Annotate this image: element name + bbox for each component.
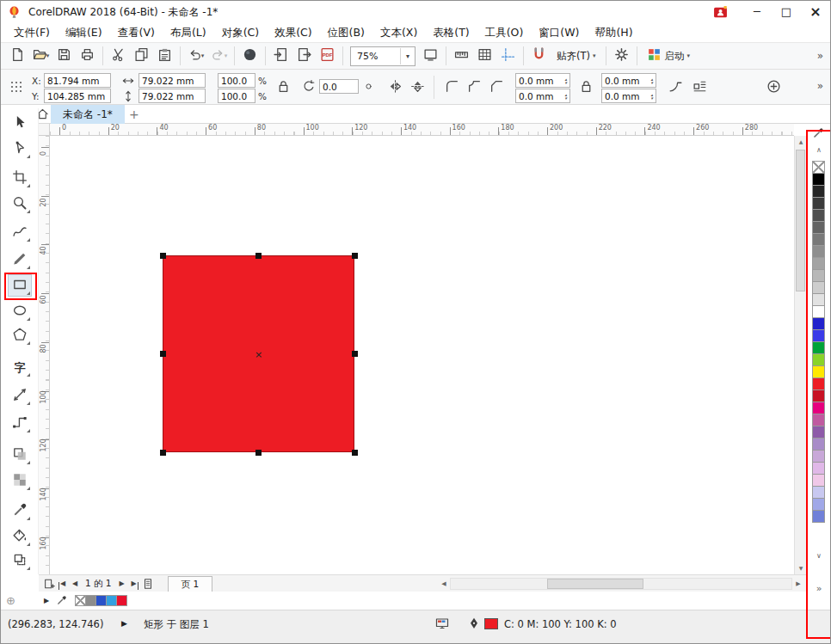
document-palette-eyedropper-icon[interactable] xyxy=(56,595,67,606)
open-button[interactable]: ▾ xyxy=(29,45,52,68)
color-swatch[interactable] xyxy=(812,269,825,282)
menu-item-2[interactable]: 查看(V) xyxy=(110,24,163,42)
snap-toggle-button[interactable] xyxy=(527,45,551,68)
scroll-right-button[interactable]: ▶ xyxy=(792,580,804,587)
scroll-left-button[interactable]: ◀ xyxy=(438,580,450,587)
document-palette-expand[interactable]: ▶ xyxy=(44,597,49,604)
add-tool-button[interactable]: ⊕ xyxy=(6,594,25,607)
menu-item-9[interactable]: 工具(O) xyxy=(477,24,532,42)
vertical-ruler[interactable]: 020406080100120140160 xyxy=(39,136,50,574)
color-swatch[interactable] xyxy=(116,595,127,606)
color-swatch[interactable] xyxy=(812,389,825,402)
last-page-button[interactable]: ▶ xyxy=(128,580,140,587)
color-swatch[interactable] xyxy=(812,486,825,499)
selection-handle[interactable] xyxy=(352,253,358,259)
chevron-down-icon[interactable]: ▾ xyxy=(400,48,415,64)
chevron-down-icon[interactable]: ▾ xyxy=(593,52,596,59)
fill-indicator-icon[interactable] xyxy=(467,616,481,633)
next-page-button[interactable]: ▶ xyxy=(116,580,128,587)
freehand-tool[interactable] xyxy=(9,222,31,242)
smart-fill-tool[interactable] xyxy=(9,550,31,571)
scale-y-input[interactable]: 100.0 xyxy=(218,89,255,103)
palette-scroll-up[interactable]: ∧ xyxy=(809,146,829,154)
selection-handle[interactable] xyxy=(160,253,166,259)
color-swatch[interactable] xyxy=(812,329,825,342)
close-button[interactable]: × xyxy=(801,1,830,23)
crop-tool[interactable] xyxy=(9,168,31,188)
menu-item-4[interactable]: 对象(C) xyxy=(214,24,267,42)
selection-handle[interactable] xyxy=(352,351,358,357)
horizontal-scrollbar[interactable] xyxy=(450,578,792,590)
menu-item-1[interactable]: 编辑(E) xyxy=(58,24,110,42)
menu-item-0[interactable]: 文件(F) xyxy=(6,24,58,42)
export-button[interactable] xyxy=(292,45,316,68)
shape-tool[interactable] xyxy=(9,138,31,159)
color-swatch[interactable] xyxy=(812,305,825,318)
corner-radius-top-left-input[interactable]: 0.0 mm▴▾ xyxy=(515,73,570,88)
color-swatch[interactable] xyxy=(812,341,825,354)
new-document-button[interactable] xyxy=(6,45,29,68)
publish-pdf-button[interactable]: PDF xyxy=(316,45,339,68)
horizontal-scroll-thumb[interactable] xyxy=(547,579,643,589)
color-swatch[interactable] xyxy=(812,438,825,451)
chevron-down-icon[interactable]: ▾ xyxy=(687,52,691,59)
undo-button[interactable]: ▾ xyxy=(184,45,207,68)
object-height-input[interactable]: 79.022 mm xyxy=(138,89,206,103)
scale-x-input[interactable]: 100.0 xyxy=(218,73,255,88)
color-swatch[interactable] xyxy=(812,173,825,186)
color-eyedropper-tool[interactable] xyxy=(9,500,31,521)
rotation-angle-input[interactable]: 0.0 xyxy=(319,79,359,94)
color-swatch[interactable] xyxy=(812,450,825,463)
pick-tool[interactable] xyxy=(9,113,31,133)
launch-menu[interactable]: 启动▾ xyxy=(641,47,697,64)
color-swatch[interactable] xyxy=(812,317,825,330)
show-guidelines-button[interactable] xyxy=(496,45,520,68)
artistic-media-tool[interactable] xyxy=(9,249,31,270)
options-button[interactable] xyxy=(610,45,633,68)
page-tab[interactable]: 页 1 xyxy=(168,576,213,592)
color-swatch[interactable] xyxy=(812,426,825,439)
minimize-button[interactable]: ─ xyxy=(742,1,772,23)
first-page-button[interactable]: ◀ xyxy=(57,580,69,587)
selection-handle[interactable] xyxy=(160,450,166,456)
canvas-vertical-scrollbar[interactable]: ▲ ▼ xyxy=(794,136,807,574)
canvas[interactable]: × xyxy=(50,136,794,574)
lock-ratio-button[interactable] xyxy=(273,77,293,98)
cut-button[interactable] xyxy=(107,45,130,68)
menu-item-8[interactable]: 表格(T) xyxy=(425,24,477,42)
zoom-level-select[interactable]: 75%▾ xyxy=(350,46,416,66)
mesh-fill-tool[interactable] xyxy=(9,470,31,491)
color-swatch[interactable] xyxy=(812,245,825,258)
scalloped-corner-button[interactable] xyxy=(464,77,484,98)
corner-radius-top-right-input[interactable]: 0.0 mm▴▾ xyxy=(601,73,656,88)
menu-item-5[interactable]: 效果(C) xyxy=(267,24,319,42)
add-preset-button[interactable] xyxy=(763,77,784,98)
vertical-scroll-thumb[interactable] xyxy=(796,150,805,291)
document-color-profile-icon[interactable] xyxy=(435,616,449,633)
save-button[interactable] xyxy=(52,45,76,68)
color-swatch[interactable] xyxy=(812,365,825,378)
color-swatch[interactable] xyxy=(812,281,825,294)
add-page-icon[interactable] xyxy=(41,578,57,590)
selection-handle[interactable] xyxy=(255,450,262,456)
corner-radius-bottom-right-input[interactable]: 0.0 mm▴▾ xyxy=(601,89,656,103)
rectangle-tool[interactable] xyxy=(9,275,31,296)
paste-button[interactable] xyxy=(153,45,176,68)
menu-item-11[interactable]: 帮助(H) xyxy=(587,24,640,42)
scroll-down-button[interactable]: ▼ xyxy=(795,562,807,574)
color-swatch[interactable] xyxy=(812,353,825,366)
y-position-input[interactable]: 104.285 mm xyxy=(44,89,111,103)
drop-shadow-tool[interactable] xyxy=(9,445,31,465)
ellipse-tool[interactable] xyxy=(9,301,31,322)
palette-eyedropper-icon[interactable] xyxy=(812,127,824,142)
show-rulers-button[interactable] xyxy=(450,45,473,68)
copy-button[interactable] xyxy=(130,45,153,68)
horizontal-ruler[interactable]: 020406080100120140160180200220240260280 xyxy=(50,124,794,136)
print-button[interactable] xyxy=(76,45,99,68)
text-tool[interactable]: 字 xyxy=(9,357,31,377)
menu-item-3[interactable]: 布局(L) xyxy=(163,24,214,42)
polygon-tool[interactable] xyxy=(9,325,31,346)
welcome-screen-button[interactable] xyxy=(238,45,262,68)
lock-corner-radius-button[interactable] xyxy=(576,77,596,98)
redo-button[interactable]: ▾ xyxy=(207,45,231,68)
